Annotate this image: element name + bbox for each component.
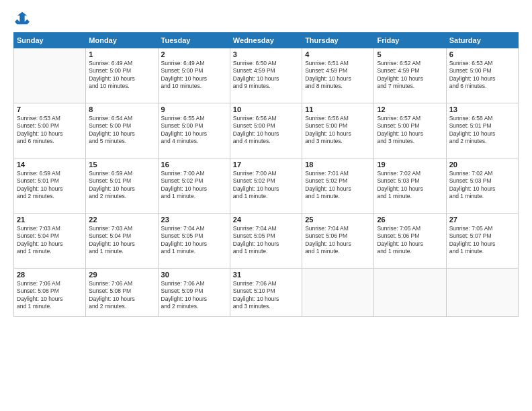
- day-number: 27: [449, 216, 515, 224]
- day-info: Sunrise: 7:01 AM Sunset: 5:02 PM Dayligh…: [305, 170, 371, 201]
- day-number: 17: [233, 161, 299, 169]
- day-number: 31: [233, 271, 299, 279]
- weekday-wednesday: Wednesday: [230, 33, 302, 48]
- calendar-cell: 27Sunrise: 7:05 AM Sunset: 5:07 PM Dayli…: [446, 214, 518, 269]
- calendar-cell: 20Sunrise: 7:02 AM Sunset: 5:03 PM Dayli…: [446, 158, 518, 214]
- day-number: 19: [377, 161, 443, 169]
- day-number: 9: [161, 105, 227, 113]
- day-info: Sunrise: 7:02 AM Sunset: 5:03 PM Dayligh…: [449, 170, 515, 201]
- day-info: Sunrise: 6:53 AM Sunset: 5:00 PM Dayligh…: [17, 115, 83, 146]
- calendar-cell: [446, 269, 518, 317]
- day-info: Sunrise: 6:57 AM Sunset: 5:00 PM Dayligh…: [377, 115, 443, 146]
- calendar-cell: 22Sunrise: 7:03 AM Sunset: 5:04 PM Dayli…: [86, 214, 158, 269]
- day-number: 30: [161, 271, 227, 279]
- calendar-cell: 1Sunrise: 6:49 AM Sunset: 5:00 PM Daylig…: [86, 48, 158, 103]
- logo: [13, 11, 30, 24]
- calendar-week-1: 1Sunrise: 6:49 AM Sunset: 5:00 PM Daylig…: [14, 48, 519, 103]
- calendar-cell: 4Sunrise: 6:51 AM Sunset: 4:59 PM Daylig…: [302, 48, 374, 103]
- day-number: 4: [305, 50, 371, 58]
- weekday-monday: Monday: [86, 33, 158, 48]
- calendar-cell: 12Sunrise: 6:57 AM Sunset: 5:00 PM Dayli…: [374, 103, 446, 158]
- day-number: 24: [233, 216, 299, 224]
- day-info: Sunrise: 7:05 AM Sunset: 5:06 PM Dayligh…: [377, 225, 443, 256]
- calendar-cell: 13Sunrise: 6:58 AM Sunset: 5:01 PM Dayli…: [446, 103, 518, 158]
- day-info: Sunrise: 6:58 AM Sunset: 5:01 PM Dayligh…: [449, 115, 515, 146]
- day-info: Sunrise: 6:49 AM Sunset: 5:00 PM Dayligh…: [89, 60, 154, 91]
- day-number: 18: [305, 161, 371, 169]
- day-info: Sunrise: 7:04 AM Sunset: 5:05 PM Dayligh…: [161, 225, 227, 256]
- day-number: 16: [161, 161, 227, 169]
- day-number: 21: [17, 216, 83, 224]
- day-number: 25: [305, 216, 371, 224]
- calendar-cell: 31Sunrise: 7:06 AM Sunset: 5:10 PM Dayli…: [230, 269, 302, 317]
- calendar-cell: 24Sunrise: 7:04 AM Sunset: 5:05 PM Dayli…: [230, 214, 302, 269]
- calendar-cell: 16Sunrise: 7:00 AM Sunset: 5:02 PM Dayli…: [158, 158, 230, 214]
- calendar-cell: 18Sunrise: 7:01 AM Sunset: 5:02 PM Dayli…: [302, 158, 374, 214]
- day-info: Sunrise: 7:06 AM Sunset: 5:08 PM Dayligh…: [89, 280, 154, 311]
- day-info: Sunrise: 7:06 AM Sunset: 5:10 PM Dayligh…: [233, 280, 299, 311]
- day-info: Sunrise: 6:54 AM Sunset: 5:00 PM Dayligh…: [89, 115, 154, 146]
- day-number: 22: [89, 216, 154, 224]
- calendar-cell: 2Sunrise: 6:49 AM Sunset: 5:00 PM Daylig…: [158, 48, 230, 103]
- calendar-cell: 15Sunrise: 6:59 AM Sunset: 5:01 PM Dayli…: [86, 158, 158, 214]
- calendar-cell: 7Sunrise: 6:53 AM Sunset: 5:00 PM Daylig…: [14, 103, 86, 158]
- day-number: 1: [89, 50, 154, 58]
- day-number: 6: [449, 50, 515, 58]
- day-number: 26: [377, 216, 443, 224]
- calendar-cell: 21Sunrise: 7:03 AM Sunset: 5:04 PM Dayli…: [14, 214, 86, 269]
- day-info: Sunrise: 7:00 AM Sunset: 5:02 PM Dayligh…: [161, 170, 227, 201]
- calendar-week-2: 7Sunrise: 6:53 AM Sunset: 5:00 PM Daylig…: [14, 103, 519, 158]
- day-number: 29: [89, 271, 154, 279]
- day-number: 20: [449, 161, 515, 169]
- day-number: 13: [449, 105, 515, 113]
- calendar-cell: 8Sunrise: 6:54 AM Sunset: 5:00 PM Daylig…: [86, 103, 158, 158]
- weekday-header-row: SundayMondayTuesdayWednesdayThursdayFrid…: [14, 33, 519, 48]
- calendar-cell: 26Sunrise: 7:05 AM Sunset: 5:06 PM Dayli…: [374, 214, 446, 269]
- logo-icon: [15, 11, 30, 26]
- day-info: Sunrise: 7:02 AM Sunset: 5:03 PM Dayligh…: [377, 170, 443, 201]
- day-number: 2: [161, 50, 227, 58]
- day-info: Sunrise: 6:50 AM Sunset: 4:59 PM Dayligh…: [233, 60, 299, 91]
- calendar-cell: 9Sunrise: 6:55 AM Sunset: 5:00 PM Daylig…: [158, 103, 230, 158]
- day-number: 12: [377, 105, 443, 113]
- day-number: 10: [233, 105, 299, 113]
- calendar-cell: 6Sunrise: 6:53 AM Sunset: 5:00 PM Daylig…: [446, 48, 518, 103]
- calendar-week-3: 14Sunrise: 6:59 AM Sunset: 5:01 PM Dayli…: [14, 158, 519, 214]
- calendar-cell: 17Sunrise: 7:00 AM Sunset: 5:02 PM Dayli…: [230, 158, 302, 214]
- day-info: Sunrise: 6:59 AM Sunset: 5:01 PM Dayligh…: [17, 170, 83, 201]
- day-info: Sunrise: 6:59 AM Sunset: 5:01 PM Dayligh…: [89, 170, 154, 201]
- day-info: Sunrise: 7:06 AM Sunset: 5:09 PM Dayligh…: [161, 280, 227, 311]
- day-info: Sunrise: 6:55 AM Sunset: 5:00 PM Dayligh…: [161, 115, 227, 146]
- calendar-cell: 29Sunrise: 7:06 AM Sunset: 5:08 PM Dayli…: [86, 269, 158, 317]
- day-number: 7: [17, 105, 83, 113]
- day-number: 15: [89, 161, 154, 169]
- calendar-cell: 3Sunrise: 6:50 AM Sunset: 4:59 PM Daylig…: [230, 48, 302, 103]
- calendar-cell: 5Sunrise: 6:52 AM Sunset: 4:59 PM Daylig…: [374, 48, 446, 103]
- calendar-week-5: 28Sunrise: 7:06 AM Sunset: 5:08 PM Dayli…: [14, 269, 519, 317]
- day-info: Sunrise: 7:03 AM Sunset: 5:04 PM Dayligh…: [17, 225, 83, 256]
- calendar-cell: [14, 48, 86, 103]
- calendar-cell: 10Sunrise: 6:56 AM Sunset: 5:00 PM Dayli…: [230, 103, 302, 158]
- calendar-week-4: 21Sunrise: 7:03 AM Sunset: 5:04 PM Dayli…: [14, 214, 519, 269]
- day-info: Sunrise: 7:04 AM Sunset: 5:06 PM Dayligh…: [305, 225, 371, 256]
- calendar-cell: 11Sunrise: 6:56 AM Sunset: 5:00 PM Dayli…: [302, 103, 374, 158]
- calendar-cell: 14Sunrise: 6:59 AM Sunset: 5:01 PM Dayli…: [14, 158, 86, 214]
- calendar-cell: [302, 269, 374, 317]
- day-info: Sunrise: 6:53 AM Sunset: 5:00 PM Dayligh…: [449, 60, 515, 91]
- calendar-cell: 23Sunrise: 7:04 AM Sunset: 5:05 PM Dayli…: [158, 214, 230, 269]
- page: SundayMondayTuesdayWednesdayThursdayFrid…: [0, 0, 532, 411]
- day-number: 14: [17, 161, 83, 169]
- calendar-cell: 30Sunrise: 7:06 AM Sunset: 5:09 PM Dayli…: [158, 269, 230, 317]
- day-number: 23: [161, 216, 227, 224]
- weekday-tuesday: Tuesday: [158, 33, 230, 48]
- day-info: Sunrise: 6:56 AM Sunset: 5:00 PM Dayligh…: [233, 115, 299, 146]
- calendar-cell: 28Sunrise: 7:06 AM Sunset: 5:08 PM Dayli…: [14, 269, 86, 317]
- day-info: Sunrise: 7:06 AM Sunset: 5:08 PM Dayligh…: [17, 280, 83, 311]
- calendar-table: SundayMondayTuesdayWednesdayThursdayFrid…: [13, 32, 519, 317]
- weekday-saturday: Saturday: [446, 33, 518, 48]
- day-info: Sunrise: 7:03 AM Sunset: 5:04 PM Dayligh…: [89, 225, 154, 256]
- calendar-cell: [374, 269, 446, 317]
- day-info: Sunrise: 6:56 AM Sunset: 5:00 PM Dayligh…: [305, 115, 371, 146]
- day-info: Sunrise: 6:51 AM Sunset: 4:59 PM Dayligh…: [305, 60, 371, 91]
- day-info: Sunrise: 7:04 AM Sunset: 5:05 PM Dayligh…: [233, 225, 299, 256]
